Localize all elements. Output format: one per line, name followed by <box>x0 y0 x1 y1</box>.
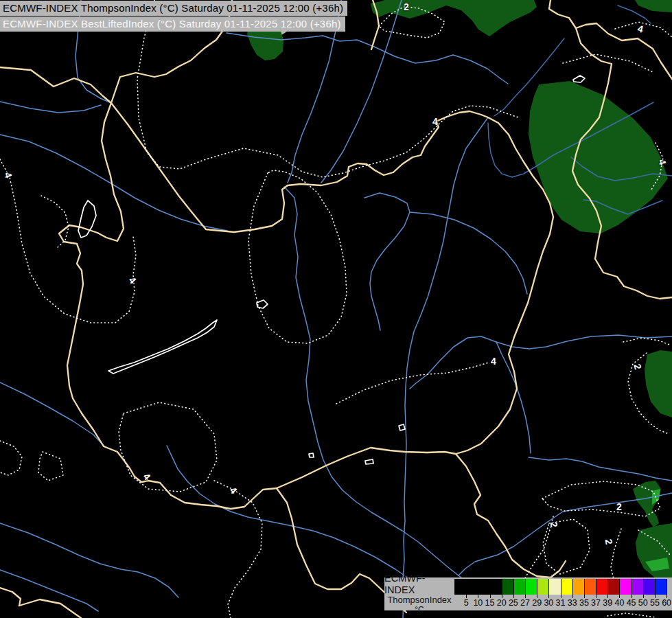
legend-color-segment <box>455 579 467 595</box>
legend-tick: 37 <box>584 595 596 609</box>
legend-scale: 51015202527293031333537394045505560 <box>454 577 667 609</box>
legend-parameter-name: ThompsonIndex <box>387 595 451 606</box>
legend-tick: 25 <box>502 595 513 609</box>
legend-color-segment <box>585 579 596 595</box>
legend-color-bar <box>454 579 667 595</box>
legend-tick: 40 <box>607 595 619 609</box>
legend-tick: 60 <box>655 595 667 609</box>
legend-color-segment <box>596 579 608 595</box>
weather-map <box>0 0 672 618</box>
legend-tick-labels: 51015202527293031333537394045505560 <box>454 595 667 609</box>
legend-color-segment <box>573 579 585 595</box>
legend-tick: 33 <box>561 595 572 609</box>
legend-color-segment <box>561 579 573 595</box>
legend: ECMWF-INDEX ThompsonIndex °C 51015202527… <box>384 577 672 610</box>
legend-color-segment <box>514 579 526 595</box>
legend-color-segment <box>467 579 478 595</box>
legend-color-segment <box>644 579 656 595</box>
legend-color-segment <box>656 579 667 595</box>
legend-tick: 15 <box>478 595 489 609</box>
legend-color-segment <box>502 579 514 595</box>
title-block: ECMWF-INDEX ThompsonIndex (°C) Saturday … <box>0 1 347 32</box>
legend-tick: 45 <box>619 595 631 609</box>
legend-color-segment <box>608 579 620 595</box>
legend-unit: °C <box>415 606 424 615</box>
legend-tick: 10 <box>466 595 478 609</box>
legend-model-name: ECMWF-INDEX <box>384 573 454 595</box>
legend-tick: 30 <box>537 595 548 609</box>
legend-color-segment <box>478 579 490 595</box>
legend-tick: 35 <box>572 595 584 609</box>
legend-color-segment <box>526 579 537 595</box>
map-title-primary: ECMWF-INDEX ThompsonIndex (°C) Saturday … <box>0 1 347 16</box>
legend-tick: 27 <box>513 595 525 609</box>
legend-color-segment <box>491 579 502 595</box>
legend-tick: 5 <box>454 595 466 609</box>
legend-tick: 50 <box>632 595 643 609</box>
legend-tick: 31 <box>548 595 560 609</box>
legend-tick-value: 60 <box>662 598 671 608</box>
legend-tick: 20 <box>490 595 502 609</box>
legend-tick: 39 <box>596 595 607 609</box>
legend-color-segment <box>620 579 632 595</box>
legend-title-block: ECMWF-INDEX ThompsonIndex °C <box>384 577 454 610</box>
weather-map-screen: 2444442444222 ECMWF-INDEX ThompsonIndex … <box>0 0 672 618</box>
map-title-secondary: ECMWF-INDEX BestLiftedIndex (°C) Saturda… <box>0 16 345 32</box>
legend-tick: 55 <box>643 595 655 609</box>
legend-color-segment <box>537 579 549 595</box>
legend-color-segment <box>549 579 561 595</box>
legend-color-segment <box>632 579 644 595</box>
legend-tick: 29 <box>525 595 537 609</box>
